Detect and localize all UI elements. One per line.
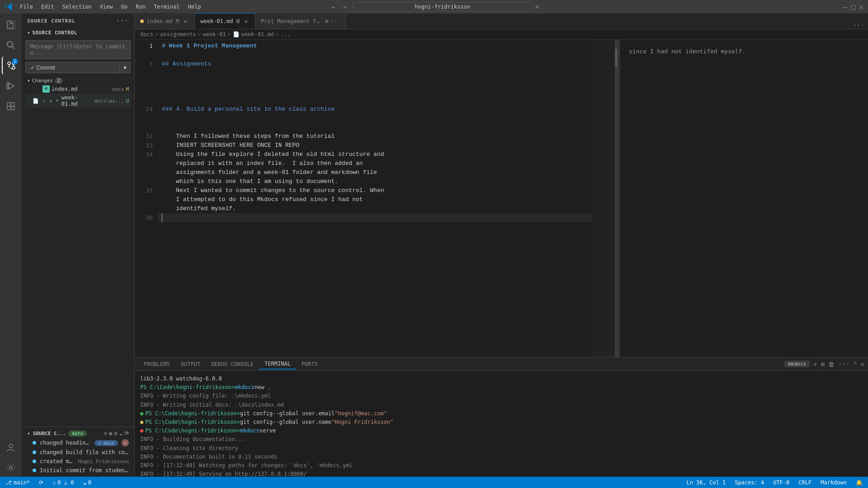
stage-icon[interactable]: +: [54, 98, 59, 104]
sc-settings-icon[interactable]: ⚙: [104, 430, 107, 436]
status-language[interactable]: Markdown: [819, 477, 849, 488]
code-text-area[interactable]: # Week 1 Project Management ## Assignmen…: [157, 40, 592, 357]
status-encoding[interactable]: UTF-8: [771, 477, 791, 488]
menu-file[interactable]: File: [16, 3, 37, 11]
t-text-7: INFO - Building documentation...: [140, 435, 245, 444]
terminal-content[interactable]: lib3-2.3.0 watchdog-6.0.0 PS C:\Code\hog…: [135, 371, 868, 477]
breadcrumb-sep-3: >: [227, 31, 231, 38]
commit-dropdown-button[interactable]: ▾: [120, 62, 131, 73]
sc-stage-all-icon[interactable]: ◉: [109, 430, 112, 436]
status-eol[interactable]: CRLF: [797, 477, 813, 488]
commit-dot-3: [33, 469, 36, 472]
breadcrumb-week01[interactable]: week-01: [203, 31, 226, 38]
terminal-tab-debug[interactable]: DEBUG CONSOLE: [206, 359, 259, 369]
tab-split-icon[interactable]: ⊞: [325, 18, 328, 24]
file-week01-actions: ↗ ↺ +: [42, 98, 60, 104]
commit-entry-3[interactable]: Initial commit from student templa...: [25, 466, 131, 475]
discard-icon[interactable]: ↺: [48, 98, 53, 104]
terminal-name-label[interactable]: mkdocs: [784, 361, 810, 367]
encoding-text: UTF-8: [773, 479, 789, 486]
t-str-4: "hognif@mac.com": [335, 409, 387, 418]
file-index-name: index.md: [52, 86, 110, 92]
menu-selection[interactable]: Selection: [59, 3, 95, 11]
commit-author-2: Hogni Fridriksson: [78, 459, 129, 465]
code-line-24: ### 4. Build a personal site in the clas…: [157, 105, 592, 114]
activity-account[interactable]: [2, 438, 20, 456]
close-button[interactable]: ✕: [859, 3, 863, 11]
minimize-button[interactable]: —: [843, 3, 848, 11]
activity-extensions[interactable]: [2, 97, 20, 115]
open-file-icon[interactable]: ↗: [42, 98, 47, 104]
status-position[interactable]: Ln 36, Col 1: [684, 477, 727, 488]
file-item-week01[interactable]: 📄 ↗ ↺ + week-01.md docs\as... U: [25, 94, 131, 108]
sc-discard-all-icon[interactable]: ⊘: [114, 430, 118, 436]
terminal-maximize-icon[interactable]: ⌃: [853, 361, 857, 368]
terminal-add-icon[interactable]: +: [813, 361, 817, 368]
terminal-line-0: lib3-2.3.0 watchdog-6.0.0: [140, 375, 863, 383]
terminal-tab-terminal[interactable]: TERMINAL: [259, 359, 296, 370]
menu-run[interactable]: Run: [132, 3, 149, 11]
search-expand-icon[interactable]: ⊞: [536, 4, 539, 10]
terminal-trash-icon[interactable]: 🗑: [828, 361, 835, 368]
t-arg-6: serve: [259, 427, 276, 435]
svg-point-2: [8, 62, 10, 65]
breadcrumb-assignments[interactable]: assignments: [160, 31, 196, 38]
menu-edit[interactable]: Edit: [38, 3, 58, 11]
activity-settings[interactable]: [2, 459, 20, 477]
maximize-button[interactable]: □: [851, 3, 856, 11]
activity-explorer[interactable]: [2, 16, 20, 34]
commit-entry-1[interactable]: changed build file with code from j...: [25, 448, 131, 457]
changes-header[interactable]: ▾ Changes 2: [25, 77, 131, 84]
sc-refresh-icon[interactable]: ⟳: [124, 430, 129, 436]
sc-push-icon[interactable]: ☁: [119, 430, 123, 436]
file-item-index[interactable]: 📄 M index.md docs M: [25, 84, 131, 94]
status-notifications[interactable]: 🔔: [854, 477, 864, 488]
title-search[interactable]: hogni-fridriksson: [352, 2, 533, 11]
menu-terminal[interactable]: Terminal: [150, 3, 184, 11]
code-line-34b: replaced it with an index file. I also t…: [157, 159, 592, 168]
auto-badge[interactable]: Auto: [68, 431, 86, 436]
tab-close-week01[interactable]: ✕: [242, 18, 250, 25]
status-errors[interactable]: ⚠ 0 △ 0: [51, 477, 75, 488]
code-line-35a: Next I wanted to commit changes to the s…: [157, 186, 592, 195]
menu-help[interactable]: Help: [184, 3, 205, 11]
nav-back[interactable]: ←: [329, 2, 338, 11]
terminal-split-icon[interactable]: ⊞: [821, 361, 824, 368]
commit-entry-0[interactable]: changed heading to w... ⊙ main ×: [25, 438, 131, 448]
commit-entry-2[interactable]: created mkdocs site Hogni Fridriksson: [25, 457, 131, 466]
vscode-logo[interactable]: [5, 3, 13, 11]
breadcrumb-file[interactable]: week-01.md: [241, 31, 274, 38]
terminal-tab-output[interactable]: OUTPUT: [175, 359, 206, 369]
tab-proj-management[interactable]: Proj Management Fab Acade... ⊞ ···: [255, 13, 346, 29]
activity-source-control[interactable]: 2: [2, 56, 20, 75]
breadcrumb-docs[interactable]: docs: [140, 31, 153, 38]
menu-view[interactable]: View: [96, 3, 117, 11]
commit-button[interactable]: ✓ Commit: [25, 62, 120, 73]
terminal-tab-problems[interactable]: PROBLEMS: [138, 359, 175, 369]
status-cloud[interactable]: ☁ 0: [81, 477, 93, 488]
commit-message-input[interactable]: Message (Ctrl+Enter to commit o...: [25, 40, 131, 59]
terminal-more-icon[interactable]: ···: [838, 361, 849, 368]
tab-week01-md[interactable]: week-01.md U ✕: [195, 13, 255, 29]
file-week01-name: week-01.md: [61, 94, 92, 107]
activity-run[interactable]: [2, 77, 20, 95]
more-actions-icon[interactable]: ···: [116, 17, 129, 24]
terminal-tab-ports[interactable]: PORTS: [296, 359, 323, 369]
tab-more-icon[interactable]: ···: [330, 18, 340, 24]
breadcrumb-more[interactable]: ...: [281, 31, 291, 38]
tab-dot-index: [140, 19, 144, 23]
code-editor[interactable]: 1 3 24 32 33 34 35: [135, 40, 618, 357]
terminal-close-icon[interactable]: ✕: [861, 361, 864, 368]
activity-search[interactable]: [2, 36, 20, 54]
sc-section-header[interactable]: ▾ SOURCE CONTROL: [25, 28, 131, 38]
status-branch[interactable]: ⎇ main*: [4, 477, 32, 488]
menu-go[interactable]: Go: [118, 3, 131, 11]
code-span: Using the file explore I deleted the old…: [162, 150, 384, 159]
tab-more-actions-icon[interactable]: ···: [853, 22, 864, 29]
tab-close-index[interactable]: ✕: [182, 18, 189, 25]
status-spaces[interactable]: Spaces: 4: [733, 477, 766, 488]
tab-index-md[interactable]: index.md M ✕: [135, 13, 195, 29]
nav-forward[interactable]: →: [340, 2, 349, 11]
status-sync[interactable]: ⟳: [37, 477, 45, 488]
t-arg-5a: --global user.name: [273, 418, 331, 427]
